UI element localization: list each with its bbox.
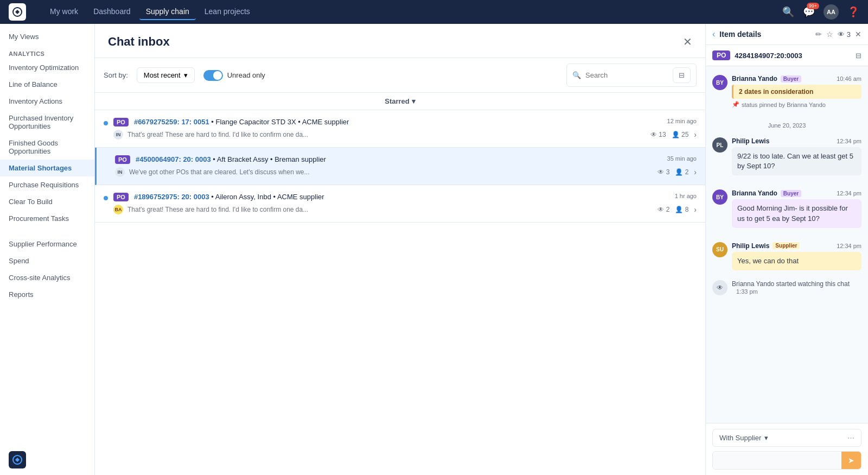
msg-sender-philip: Philip Lewis bbox=[732, 137, 769, 145]
msg-sender: Brianna Yando bbox=[732, 75, 777, 83]
search-icon-btn[interactable]: 🔍 bbox=[782, 6, 794, 18]
message-group: BY Brianna Yando Buyer 10:46 am 2 dates … bbox=[706, 71, 868, 118]
participant-count: 👤 8 bbox=[675, 206, 688, 213]
sidebar-item-reports[interactable]: Reports bbox=[0, 286, 94, 303]
msg-row-philip: PL Philip Lewis 12:34 pm 9/22 is too lat… bbox=[712, 137, 861, 175]
chat-list: Starred ▾ PO #6679275259: 17: 0051 • Fla… bbox=[95, 93, 705, 475]
chevron-right-icon: › bbox=[694, 168, 697, 176]
msg-header-supplier: Philip Lewis Supplier 12:34 pm bbox=[732, 242, 861, 250]
msg-content-buyer2: Brianna Yando Buyer 12:34 pm Good Mornin… bbox=[732, 189, 861, 227]
details-close-icon[interactable]: ✕ bbox=[855, 30, 861, 39]
chat-item-time: 12 min ago bbox=[667, 118, 697, 124]
unread-toggle[interactable] bbox=[203, 70, 223, 81]
sidebar-item-ctb[interactable]: Clear To Build bbox=[0, 193, 94, 210]
details-icons: ✏ ☆ 👁 3 ✕ bbox=[815, 30, 861, 39]
supplier-avatar: SU bbox=[712, 242, 727, 257]
with-supplier-chevron-down-icon: ▾ bbox=[764, 434, 768, 442]
nav-right: 🔍 💬 99+ AA ❓ bbox=[782, 4, 859, 20]
top-navigation: My work Dashboard Supply chain Lean proj… bbox=[0, 0, 868, 24]
filter-options-icon[interactable]: ⊟ bbox=[856, 52, 861, 60]
chat-item-1[interactable]: PO #6679275259: 17: 0051 • Flange Capaci… bbox=[95, 110, 705, 148]
sidebar-item-pio[interactable]: Purchased Inventory Opportunities bbox=[0, 110, 94, 135]
notifications-btn[interactable]: 💬 99+ bbox=[803, 6, 815, 18]
nav-supply-chain[interactable]: Supply chain bbox=[139, 4, 196, 20]
chat-close-button[interactable]: ✕ bbox=[683, 35, 692, 48]
starred-label: Starred bbox=[385, 97, 410, 105]
msg-time-buyer2: 12:34 pm bbox=[837, 190, 861, 197]
compose-input[interactable] bbox=[713, 452, 841, 469]
sidebar-item-inv-actions[interactable]: Inventory Actions bbox=[0, 93, 94, 110]
back-icon[interactable]: ‹ bbox=[712, 29, 715, 39]
chat-item-time: 1 hr ago bbox=[675, 193, 697, 199]
po-badge: PO bbox=[115, 155, 130, 164]
msg-bubble-supplier: Yes, we can do that bbox=[732, 252, 861, 270]
starred-chevron-down-icon: ▾ bbox=[412, 97, 416, 105]
po-badge: PO bbox=[113, 118, 129, 126]
buyer-avatar: BY bbox=[712, 75, 727, 90]
philip-avatar: PL bbox=[712, 137, 727, 153]
nav-dashboard[interactable]: Dashboard bbox=[87, 4, 137, 20]
sidebar-analytics-label: Analytics bbox=[0, 45, 94, 59]
po-number: 4284184907:20:0003 bbox=[735, 52, 851, 60]
nav-links: My work Dashboard Supply chain Lean proj… bbox=[43, 4, 769, 20]
chat-item-3[interactable]: PO #1896752975: 20: 0003 • Aileron Assy,… bbox=[95, 185, 705, 223]
send-button[interactable]: ➤ bbox=[841, 452, 861, 469]
sidebar-item-lob[interactable]: Line of Balance bbox=[0, 76, 94, 93]
supplier-role-badge: Supplier bbox=[773, 242, 800, 249]
msg-time-supplier: 12:34 pm bbox=[837, 243, 861, 249]
sidebar-item-pr[interactable]: Purchase Requisitions bbox=[0, 176, 94, 193]
chat-panel: Chat inbox ✕ Sort by: Most recent ▾ Unre… bbox=[95, 24, 705, 475]
po-badge: PO bbox=[113, 193, 129, 201]
sidebar-item-spend[interactable]: Spend bbox=[0, 252, 94, 269]
message-group-buyer2: BY Brianna Yando Buyer 12:34 pm Good Mor… bbox=[706, 185, 868, 237]
msg-content-supplier: Philip Lewis Supplier 12:34 pm Yes, we c… bbox=[732, 242, 861, 270]
msg-sender-buyer2: Brianna Yando bbox=[732, 189, 777, 197]
filter-icon-button[interactable]: ⊟ bbox=[673, 67, 691, 83]
details-header: ‹ Item details ✏ ☆ 👁 3 ✕ bbox=[706, 24, 868, 45]
compose-input-row: ➤ bbox=[712, 451, 861, 470]
sidebar-footer-logo bbox=[9, 451, 26, 468]
pinned-status: 📌 status pinned by Brianna Yando bbox=[732, 101, 861, 108]
pinned-text: status pinned by Brianna Yando bbox=[742, 102, 826, 108]
chat-title: Chat inbox bbox=[108, 35, 170, 49]
sort-button[interactable]: Most recent ▾ bbox=[137, 67, 195, 83]
star-icon[interactable]: ☆ bbox=[826, 30, 833, 39]
watch-time: 1:33 pm bbox=[736, 288, 758, 295]
unread-indicator bbox=[104, 196, 108, 200]
sidebar-item-cross-site[interactable]: Cross-site Analytics bbox=[0, 269, 94, 286]
chat-toolbar: Sort by: Most recent ▾ Unread only 🔍 bbox=[95, 58, 705, 93]
msg-bubble-philip: 9/22 is too late. Can we at least get 5 … bbox=[732, 147, 861, 175]
sidebar-item-fgo[interactable]: Finished Goods Opportunities bbox=[0, 135, 94, 160]
with-supplier-button[interactable]: With Supplier ▾ ⋯ bbox=[712, 429, 861, 447]
chat-item-2[interactable]: PO #4500064907: 20: 0003 • Aft Bracket A… bbox=[95, 148, 705, 185]
sidebar-item-my-views[interactable]: My Views bbox=[0, 28, 94, 45]
left-sidebar: My Views Analytics Inventory Optimizatio… bbox=[0, 24, 95, 475]
sidebar-item-proc-tasks[interactable]: Procurement Tasks bbox=[0, 210, 94, 227]
chat-header: Chat inbox ✕ bbox=[95, 24, 705, 58]
sort-value: Most recent bbox=[144, 71, 181, 79]
chat-meta: 👁 2 👤 8 › bbox=[658, 205, 697, 214]
view-count: 👁 13 bbox=[650, 131, 666, 138]
sort-label: Sort by: bbox=[104, 71, 128, 79]
unread-indicator bbox=[104, 121, 108, 125]
sidebar-item-sup-perf[interactable]: Supplier Performance bbox=[0, 236, 94, 252]
view-number: 3 bbox=[847, 30, 851, 39]
sidebar-item-inv-opt[interactable]: Inventory Optimization bbox=[0, 59, 94, 76]
search-input[interactable] bbox=[585, 71, 668, 79]
notification-badge: 99+ bbox=[807, 3, 819, 9]
messages-area: BY Brianna Yando Buyer 10:46 am 2 dates … bbox=[706, 66, 868, 423]
nav-lean-projects[interactable]: Lean projects bbox=[198, 4, 257, 20]
edit-icon[interactable]: ✏ bbox=[815, 30, 822, 39]
watch-icon: 👁 bbox=[712, 280, 727, 295]
msg-row-buyer2: BY Brianna Yando Buyer 12:34 pm Good Mor… bbox=[712, 189, 861, 227]
msg-row-supplier: SU Philip Lewis Supplier 12:34 pm Yes, w… bbox=[712, 242, 861, 270]
starred-divider[interactable]: Starred ▾ bbox=[95, 93, 705, 110]
app-logo[interactable] bbox=[9, 3, 26, 21]
help-icon-btn[interactable]: ❓ bbox=[847, 6, 859, 18]
user-avatar[interactable]: AA bbox=[824, 4, 839, 20]
chevron-right-icon: › bbox=[694, 205, 697, 214]
sidebar-item-mat-short[interactable]: Material Shortages bbox=[0, 160, 94, 176]
search-icon: 🔍 bbox=[572, 71, 581, 79]
nav-my-work[interactable]: My work bbox=[43, 4, 85, 20]
search-wrap: 🔍 ⊟ bbox=[566, 64, 697, 87]
